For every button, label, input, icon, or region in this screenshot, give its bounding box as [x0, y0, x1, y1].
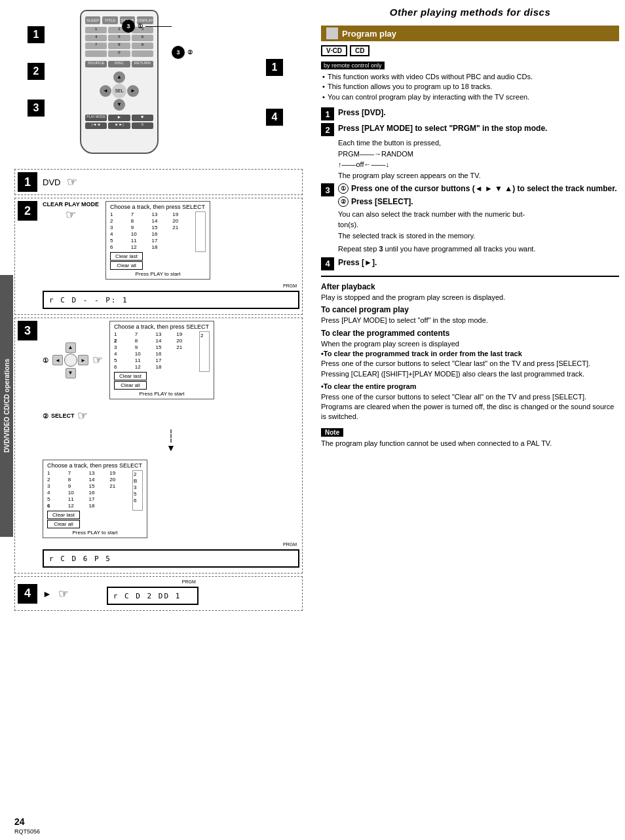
callout-1: 1 — [28, 26, 45, 43]
callout-3-1-area: 3 ① — [122, 20, 172, 33]
cursor-right-btn: ► — [127, 85, 139, 97]
screen-content-1: r C D - - P: 1 — [49, 296, 128, 304]
hand-icon-2: ☞ — [43, 208, 99, 222]
step-3-d2: The selected track is stored in the memo… — [338, 230, 619, 242]
btn-sleep: SLEEP — [85, 16, 100, 24]
track-select-box-2: Choose a track, then press SELECT 171319… — [109, 321, 214, 399]
ts-grid-1: 171319 281420 391521 41016 51117 61218 — [110, 211, 193, 250]
btn-title: TITLE — [102, 16, 117, 24]
sidebar-text: DVD/VIDEO CD/CD operations — [3, 359, 10, 452]
diag-step-2-label-area: CLEAR PLAY MODE ☞ — [43, 201, 99, 222]
cancel-program-title: To cancel program play — [321, 305, 619, 314]
clear-last-btn-1: Clear last — [110, 252, 143, 261]
cursor-area: ▲ ▼ ◄ ► SEL — [100, 71, 139, 111]
sub-step-2-circle: ② — [43, 412, 48, 420]
diag-step-3-row: 3 ① ▲ ▼ ◄ ► ☞ — [14, 318, 303, 574]
section-header: Program play — [321, 26, 619, 41]
btn-blank2 — [132, 50, 153, 57]
hand-icon-4: ☞ — [58, 587, 69, 601]
dashed-arrow-v — [170, 429, 172, 443]
screen-display-3: PRGM r C D 2 DD 1 — [82, 579, 199, 608]
ts-grid-3: 171319 281420 391521 41016 51117 61218 — [47, 470, 130, 509]
btn-5: 5 — [108, 35, 130, 41]
step-2-text: Press [PLAY MODE] to select "PRGM" in th… — [338, 123, 547, 134]
section-icon — [326, 27, 338, 39]
clear-last-btn-2: Clear last — [114, 372, 147, 380]
step-4: 4 Press [►]. — [321, 257, 619, 270]
btn-playmode: PLAY MODE — [85, 115, 107, 121]
remote-transport: PLAY MODE ► ■ |◄◄ ►►| II — [81, 113, 157, 130]
step-2-sub-2: ↑——off←——↓ — [338, 159, 619, 170]
clear-all-btn-1: Clear all — [110, 261, 143, 270]
prgm-label-1: PRGM — [18, 283, 297, 288]
after-playback: After playback Play is stopped and the p… — [321, 282, 619, 302]
clear-all-btn-3: Clear all — [47, 520, 80, 528]
sub-step-1-circle: ① — [43, 357, 48, 364]
btn-7: 7 — [85, 43, 107, 49]
cursor-pad: ▲ ▼ ◄ ► — [52, 342, 88, 378]
note-text: The program play function cannot be used… — [321, 439, 619, 448]
hand-icon-3a: ☞ — [92, 353, 103, 367]
callout-1-right: 1 — [266, 59, 283, 76]
step-4-text: Press [►]. — [338, 257, 377, 268]
mode-badges: V·CD CD — [321, 45, 619, 56]
clear-item-1-bold: •To clear the programmed track in order … — [321, 350, 522, 357]
step-2: 2 Press [PLAY MODE] to select "PRGM" in … — [321, 123, 619, 181]
step-2-sub-1: PRGM——→RANDOM — [338, 149, 619, 160]
note-label: Note — [321, 428, 343, 437]
step-3-repeat: Repeat step 3 until you have programmed … — [338, 244, 619, 255]
step-1-text: Press [DVD]. — [338, 107, 386, 119]
after-playback-text: Play is stopped and the program play scr… — [321, 293, 619, 302]
doc-code: RQT5056 — [14, 828, 40, 835]
pad-up: ▲ — [66, 342, 76, 353]
screen-mockup-1: r C D - - P: 1 — [43, 291, 299, 309]
callout-3-2-area: 3 ② — [172, 46, 193, 59]
step-3: 3 ① Press one of the cursor buttons (◄ ►… — [321, 183, 619, 255]
step-2-num: 2 — [321, 123, 334, 136]
callout-3-2-circle: 3 — [172, 46, 185, 59]
diag-step-2-row: 2 CLEAR PLAY MODE ☞ Choose a track, then… — [14, 198, 303, 315]
btn-play: ► — [108, 115, 130, 121]
note-box: Note The program play function cannot be… — [321, 428, 619, 448]
diag-step-1-num: 1 — [18, 172, 37, 192]
diag-step-3-num: 3 — [18, 321, 37, 340]
step-4-num: 4 — [321, 257, 334, 270]
feature-bullets: This function works with video CDs witho… — [321, 72, 619, 102]
cursor-down-btn: ▼ — [113, 99, 125, 111]
page-number: 24 — [14, 816, 25, 827]
btn-source: SOURCE — [85, 61, 107, 67]
ts-play-3: Press PLAY to start — [47, 530, 143, 536]
step-3-d1: ton(s). — [338, 219, 619, 230]
bullet-2: This function allows you to program up t… — [322, 82, 619, 92]
bullet-3: You can control program play by interact… — [322, 92, 619, 102]
btn-disc: DISC — [108, 61, 130, 67]
ts-wrapper-2: Choose a track, then press SELECT 171319… — [109, 321, 214, 399]
left-column: SLEEP TITLE SETUP DISPLAY 1 2 3 4 5 6 7 … — [14, 7, 316, 613]
hand-icon-1: ☞ — [67, 175, 77, 189]
ts-buttons-3: Clear last Clear all — [47, 511, 143, 528]
step-1: 1 Press [DVD]. — [321, 107, 619, 120]
arrow-section: ▼ — [43, 429, 299, 453]
clear-item-2-bold: •To clear the entire program — [321, 382, 416, 390]
clear-last-btn-3: Clear last — [47, 511, 80, 519]
ts-sidebar-3: 2 B 3 5 6 — [132, 470, 143, 511]
left-callout-area: 1 2 3 — [28, 26, 45, 117]
clear-item-1: •To clear the programmed track in order … — [321, 349, 619, 379]
btn-next: ►►| — [108, 122, 130, 129]
cancel-program: To cancel program play Press [PLAY MODE]… — [321, 305, 619, 325]
diag-step-4-num: 4 — [18, 584, 37, 604]
step-3-sub2-text: Press [SELECT]. — [351, 196, 413, 208]
ts-wrapper-3: Choose a track, then press SELECT 171319… — [43, 460, 147, 538]
hand-icon-3b: ☞ — [77, 409, 88, 423]
play-arrow-icon: ► — [43, 589, 52, 599]
clear-intro: When the program play screen is displaye… — [321, 339, 619, 349]
callout-line-1 — [145, 26, 172, 27]
screen-content-2: r C D 6 P 5 — [49, 555, 111, 563]
ts-title-1: Choose a track, then press SELECT — [110, 204, 206, 210]
cursor-up-btn: ▲ — [113, 71, 125, 83]
remote-label: by remote control only — [321, 62, 385, 69]
diagram-steps: 1 DVD ☞ 2 CLEAR PLAY MODE ☞ Choose a tra… — [14, 169, 303, 611]
callout-3-2-label: ② — [187, 49, 193, 56]
clear-programmed: To clear the programmed contents When th… — [321, 329, 619, 422]
ts-buttons-2: Clear last Clear all — [114, 372, 210, 390]
